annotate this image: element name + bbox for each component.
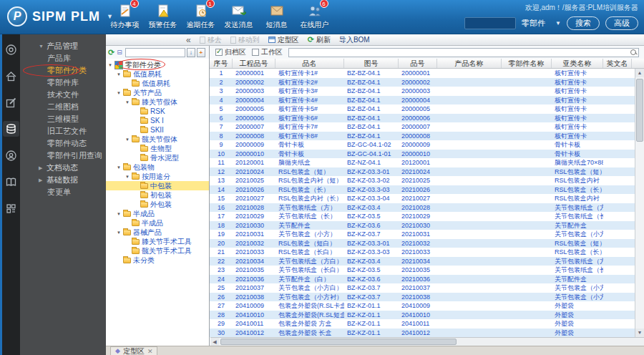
table-row[interactable]: 1620210028关节包装纸盒（方）BZ-KZ-03.420210028关节包… — [210, 203, 644, 213]
table-row[interactable]: 620000006板钉宣传卡6#BZ-BZ-04.120000006板钉宣传卡 — [210, 114, 644, 123]
tree-node-9[interactable]: 生物型 — [106, 144, 209, 153]
table-row[interactable]: 2920410011包装盒外塑袋 方盒BZ-KZ-01.120410011外塑袋 — [210, 319, 644, 329]
column-header-4[interactable]: 品号 — [399, 59, 437, 68]
column-header-8[interactable]: 英文名 — [603, 59, 632, 68]
toolbar-item-overdue-tasks[interactable]: 1 逾期任务 — [182, 2, 220, 30]
archive-zone-checkbox[interactable] — [215, 49, 223, 56]
toolbar-item-send-message[interactable]: 发送消息 — [220, 2, 258, 30]
sidebar-item-4[interactable]: 技术文件 — [20, 89, 106, 101]
table-row[interactable]: 1320210025RSL包装盒内衬（短）BZ-KZ-03.3-02202100… — [210, 176, 644, 185]
scroll-left-icon[interactable]: ◀ — [210, 338, 219, 346]
column-header-6[interactable]: 零部件名称 — [502, 59, 552, 68]
table-row[interactable]: 1820210030关节配件盒BZ-KZ-03.620210030关节配件盒 — [210, 221, 644, 230]
work-zone-checkbox[interactable] — [252, 49, 259, 56]
table-row[interactable]: 120000001板钉宣传卡1#BZ-BZ-04.120000001板钉宣传卡 — [210, 69, 644, 78]
table-row[interactable]: 1120120001脑循夹纸盒BZ-NZ-04.120120001脑循夹纸盒70… — [210, 158, 644, 167]
search-icon[interactable] — [630, 49, 637, 56]
table-row[interactable]: 920000009骨针卡板BZ-GC-04.1-0220000009骨针卡板 — [210, 140, 644, 150]
scroll-up-icon[interactable]: ▲ — [635, 69, 644, 77]
column-header-0[interactable]: 序号 — [210, 59, 233, 68]
sidebar-item-9[interactable]: 零部件引用查询 — [20, 150, 106, 162]
tree-node-2[interactable]: 低值易耗 — [106, 79, 209, 88]
vertical-scroll-thumb[interactable] — [636, 79, 643, 142]
table-row[interactable]: 520000005板钉宣传卡5#BZ-BZ-04.120000005板钉宣传卡 — [210, 104, 644, 114]
column-header-7[interactable]: 亚类名称 — [552, 59, 603, 68]
sidebar-item-1[interactable]: 产品库 — [20, 52, 106, 64]
table-row[interactable]: 720000007板钉宣传卡7#BZ-BZ-04.120000007板钉宣传卡 — [210, 122, 644, 132]
tree-node-14[interactable]: 初包装 — [106, 190, 209, 200]
table-row[interactable]: 320000003板钉宣传卡3#BZ-BZ-04.120000003板钉宣传卡 — [210, 87, 644, 96]
database-icon[interactable] — [3, 121, 19, 137]
app-logo[interactable]: P SIPM PLM ▼ — [7, 6, 113, 26]
column-header-2[interactable]: 品名 — [275, 59, 344, 68]
column-header-3[interactable]: 图号 — [344, 59, 399, 68]
global-search-input[interactable] — [464, 17, 516, 29]
tree-node-0[interactable]: ▼零部件分类 — [106, 60, 209, 69]
sidebar-item-5[interactable]: 二维图档 — [20, 101, 106, 113]
tree-node-6[interactable]: SK I — [106, 116, 209, 125]
tree-node-5[interactable]: RSK — [106, 107, 209, 116]
tree-refresh-icon[interactable]: ⟳ — [108, 48, 114, 57]
scroll-down-icon[interactable]: ▼ — [635, 329, 644, 337]
tree-collapse-all-icon[interactable]: ⊟ — [117, 49, 122, 56]
table-row[interactable]: 2420210036关节配件盒（白）BZ-KZ-03.620210036关节配件… — [210, 275, 644, 284]
table-row[interactable]: 1520210027RSL包装盒内衬（长）BZ-KZ-03.3-04202100… — [210, 194, 644, 203]
toolbar-item-online-users[interactable]: 6 在线用户 — [296, 2, 333, 30]
table-row[interactable]: 1720210029关节包装纸盒（长）BZ-KZ-03.520210029关节包… — [210, 212, 644, 221]
tree-node-7[interactable]: SKII — [106, 125, 209, 135]
tree-node-8[interactable]: ▼髋关节假体 — [106, 135, 209, 144]
table-filter-input[interactable] — [288, 48, 639, 57]
table-row[interactable]: 2520210037关节包装盒（小方白）BZ-KZ-03.720210037关节… — [210, 283, 644, 293]
tab-finalize-zone[interactable]: ◆ 定型区 ✕ — [110, 346, 157, 355]
table-row[interactable]: 820000008板钉宣传卡8#BZ-BZ-04.120000008板钉宣传卡 — [210, 132, 644, 141]
column-header-1[interactable]: 工程品号 — [233, 59, 275, 68]
tree-node-13[interactable]: 中包装 — [106, 181, 209, 190]
toolbar-item-warning-tasks[interactable]: 预警任务 — [144, 2, 182, 30]
toolbar-item-short-message[interactable]: 短消息 — [258, 2, 296, 30]
table-row[interactable]: 2020210032RSL包装盒（短白）BZ-KZ-03.3-012021003… — [210, 239, 644, 248]
table-row[interactable]: 2620210038关节包装盒（小方衬）BZ-KZ-03.720210038关节… — [210, 293, 644, 302]
tree-node-21[interactable]: 未分类 — [106, 256, 209, 265]
table-row[interactable]: 420000004板钉宣传卡4#BZ-BZ-04.120000004板钉宣传卡 — [210, 96, 644, 105]
horizontal-scrollbar[interactable]: ◀ — [210, 337, 644, 346]
tree-node-3[interactable]: ▼关节产品 — [106, 88, 209, 97]
table-row[interactable]: 1020000010骨针卡板BZ-GC-04.1-0120000010骨针卡板 — [210, 150, 644, 159]
table-row[interactable]: 2320210035关节包装纸盒（长白）BZ-KZ-03.520210035关节… — [210, 266, 644, 275]
sidebar-item-2[interactable]: 零部件分类 — [20, 64, 106, 77]
tree-filter-input[interactable] — [125, 48, 185, 57]
tree-node-11[interactable]: ▼包装物 — [106, 162, 209, 172]
seal-icon[interactable] — [3, 42, 19, 57]
tree-locate-button[interactable]: ↓ — [187, 48, 195, 57]
search-button[interactable]: 搜索 — [567, 16, 600, 30]
tree-add-button[interactable]: + — [197, 48, 205, 57]
table-row[interactable]: 1420210026RSL包装盒（长）BZ-KZ-03.3-0320210026… — [210, 185, 644, 195]
tree-node-17[interactable]: 半成品 — [106, 218, 209, 228]
table-row[interactable]: 2820410010包装盒外塑袋(R.SL短盒)BZ-KZ-01.1204100… — [210, 311, 644, 320]
import-bom-button[interactable]: 导入BOM — [339, 35, 370, 45]
sidebar-item-8[interactable]: 零部件动态 — [20, 137, 106, 150]
sidebar-item-10[interactable]: ▶文档动态 — [20, 162, 106, 174]
table-row[interactable]: 2720410009包装盒外塑袋(R.SL卡盒)BZ-KZ-01.1204100… — [210, 301, 644, 311]
support-icon[interactable] — [3, 147, 19, 163]
tree-node-15[interactable]: 外包装 — [106, 200, 209, 209]
book-icon[interactable] — [3, 174, 19, 190]
table-row[interactable]: 3020410012包装盒外塑袋 长盒BZ-KZ-01.120410012外塑袋 — [210, 329, 644, 338]
close-icon[interactable]: ✕ — [147, 348, 153, 355]
vertical-scrollbar[interactable]: ▲ ▼ — [635, 69, 644, 337]
tree-node-16[interactable]: ▼半成品 — [106, 209, 209, 218]
sidebar-item-12[interactable]: 变更单 — [20, 186, 106, 198]
sidebar-item-7[interactable]: 旧工艺文件 — [20, 125, 106, 137]
tree-node-12[interactable]: ▼按用途分 — [106, 172, 209, 181]
sidebar-item-0[interactable]: ▼产品管理 — [20, 40, 106, 52]
search-type-dropdown[interactable]: 零部件 ▼ — [522, 18, 561, 29]
table-row[interactable]: 1920210031关节包装盒（小方）BZ-KZ-03.720210031关节包… — [210, 230, 644, 239]
toolbar-item-todo[interactable]: 4 待办事项 — [106, 2, 144, 30]
table-row[interactable]: 220000002板钉宣传卡2#BZ-BZ-04.120000002板钉宣传卡 — [210, 78, 644, 87]
tree-node-10[interactable]: 骨水泥型 — [106, 153, 209, 162]
sidebar-item-11[interactable]: ▶基础数据 — [20, 174, 106, 186]
tree-node-19[interactable]: 膝关节手术工具 — [106, 237, 209, 246]
remove-button[interactable]: 移去 — [200, 35, 222, 45]
tree-node-4[interactable]: ▼膝关节假体 — [106, 97, 209, 107]
move-to-button[interactable]: 移动到 — [230, 35, 260, 45]
table-row[interactable]: 2220210034关节包装纸盒（方白）BZ-KZ-03.420210034关节… — [210, 257, 644, 266]
